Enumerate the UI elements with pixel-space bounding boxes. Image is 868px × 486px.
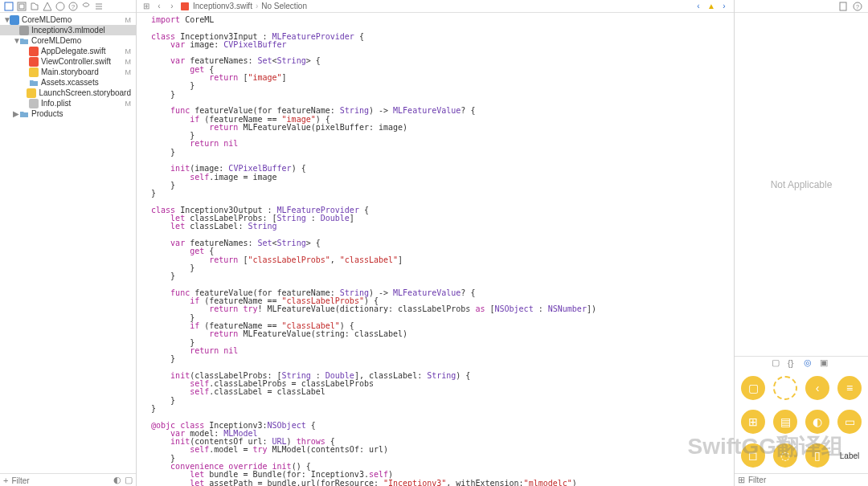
file-library-icon[interactable]: ▢: [772, 357, 783, 368]
tab-bar-icon: ▤: [773, 410, 797, 434]
spinner-icon: ◌: [773, 443, 797, 468]
svg-rect-8: [29, 47, 39, 56]
library-item[interactable]: ▯: [802, 439, 833, 472]
svg-rect-6: [10, 15, 19, 25]
svg-rect-11: [27, 88, 36, 98]
library-item-label[interactable]: Label: [834, 439, 865, 472]
navigator-panel: ? ▼CoreMLDemoMInceptionv3.mlmodel▼CoreML…: [0, 0, 137, 486]
page-view-icon: ▭: [837, 410, 862, 434]
code-editor[interactable]: import CoreML class Inceptionv3Input : M…: [137, 13, 734, 486]
inspector-content: Not Applicable: [735, 13, 868, 356]
nav-item[interactable]: ▼CoreMLDemoM: [0, 14, 136, 25]
library-item[interactable]: [770, 372, 800, 404]
nav-item[interactable]: ▼CoreMLDemo: [0, 35, 136, 46]
scm-icon[interactable]: ▢: [125, 475, 133, 485]
label-text: Label: [840, 451, 859, 460]
project-navigator-tab-icon[interactable]: [3, 1, 14, 12]
library-item[interactable]: ◌: [770, 439, 800, 472]
warning-icon[interactable]: ▲: [706, 2, 716, 10]
jump-bar: ⊞ ‹ › Inceptionv3.swift › No Selection ‹…: [137, 0, 734, 13]
test-navigator-tab-icon[interactable]: ?: [68, 1, 79, 12]
next-issue-icon[interactable]: ›: [719, 2, 729, 10]
segmented-icon: ▯: [805, 443, 829, 468]
svg-rect-10: [29, 67, 39, 77]
svg-rect-0: [5, 2, 13, 10]
library-item[interactable]: ▢: [738, 372, 768, 404]
jump-bar-file[interactable]: Inceptionv3.swift: [193, 2, 252, 10]
svg-rect-9: [29, 57, 39, 67]
library-item[interactable]: ▭: [834, 406, 865, 438]
navigator-tab-bar: ?: [0, 0, 136, 13]
table-view-icon: ≡: [837, 376, 862, 400]
jump-bar-selection[interactable]: No Selection: [261, 2, 307, 10]
object-library-grid[interactable]: ▢ ‹ ≡ ⊞ ▤ ◐ ▭ ◻ ◌ ▯ Label: [735, 369, 868, 473]
editor-area: ⊞ ‹ › Inceptionv3.swift › No Selection ‹…: [137, 0, 735, 486]
collection-view-icon: ⊞: [741, 410, 765, 434]
nav-item[interactable]: ▶Products: [0, 108, 136, 119]
library-tab-bar: ▢ {} ◎ ▣: [735, 356, 868, 369]
navigator-footer: + ◐ ▢: [0, 473, 136, 486]
svg-text:?: ?: [72, 3, 76, 10]
grid-view-icon[interactable]: ⊞: [738, 475, 745, 485]
library-item[interactable]: ▤: [770, 406, 800, 438]
nav-item[interactable]: LaunchScreen.storyboard: [0, 88, 136, 98]
library-item[interactable]: ◻: [738, 439, 768, 472]
svg-rect-2: [19, 4, 24, 9]
debug-navigator-tab-icon[interactable]: [80, 1, 92, 12]
back-icon[interactable]: ‹: [154, 2, 164, 10]
svg-rect-7: [19, 26, 29, 35]
nav-item[interactable]: Main.storyboardM: [0, 67, 136, 77]
snippet-library-icon[interactable]: {}: [788, 358, 799, 368]
add-icon[interactable]: +: [3, 476, 8, 485]
view-controller-icon: ▢: [741, 376, 765, 400]
breakpoint-navigator-tab-icon[interactable]: [93, 1, 104, 12]
svg-rect-13: [181, 2, 189, 10]
forward-icon[interactable]: ›: [167, 2, 177, 10]
file-inspector-icon[interactable]: [837, 2, 849, 11]
chevron-right-icon: ›: [256, 2, 258, 10]
library-item[interactable]: ◐: [802, 406, 833, 438]
navigation-controller-icon: ‹: [805, 376, 829, 400]
placeholder-icon: [773, 376, 797, 400]
library-item[interactable]: ‹: [802, 372, 833, 404]
related-items-icon[interactable]: ⊞: [141, 2, 151, 10]
symbol-navigator-tab-icon[interactable]: [29, 1, 40, 12]
nav-item[interactable]: Info.plistM: [0, 98, 136, 108]
svg-rect-14: [840, 2, 846, 10]
media-library-icon[interactable]: ▣: [820, 357, 831, 368]
library-item[interactable]: ⊞: [738, 406, 768, 438]
library-filter-input[interactable]: [748, 476, 865, 484]
swift-file-icon: [180, 2, 190, 10]
source-control-tab-icon[interactable]: [16, 1, 27, 12]
split-view-icon: ◐: [805, 410, 829, 434]
nav-item[interactable]: Assets.xcassets: [0, 77, 136, 88]
code-area[interactable]: import CoreML class Inceptionv3Input : M…: [148, 13, 734, 486]
navigator-tree[interactable]: ▼CoreMLDemoMInceptionv3.mlmodel▼CoreMLDe…: [0, 13, 136, 473]
library-item[interactable]: ≡: [834, 372, 865, 404]
navigator-filter-input[interactable]: [11, 476, 110, 485]
not-applicable-label: Not Applicable: [771, 179, 833, 190]
find-navigator-tab-icon[interactable]: [42, 1, 53, 12]
help-inspector-icon[interactable]: ?: [852, 2, 863, 11]
prev-issue-icon[interactable]: ‹: [694, 2, 703, 10]
object-library-icon[interactable]: ◎: [804, 357, 815, 368]
issue-navigator-tab-icon[interactable]: [55, 1, 66, 12]
button-icon: ◻: [741, 443, 765, 468]
svg-text:?: ?: [856, 4, 859, 10]
clock-icon[interactable]: ◐: [113, 475, 121, 485]
svg-rect-12: [29, 99, 39, 108]
gutter[interactable]: [137, 13, 148, 486]
svg-point-3: [56, 2, 64, 10]
nav-item[interactable]: AppDelegate.swiftM: [0, 46, 136, 56]
library-footer: ⊞: [735, 473, 868, 486]
inspector-tab-bar: ?: [735, 0, 868, 13]
nav-item[interactable]: Inceptionv3.mlmodel: [0, 25, 136, 35]
utilities-panel: ? Not Applicable ▢ {} ◎ ▣ ▢ ‹ ≡ ⊞ ▤ ◐ ▭ …: [735, 0, 868, 486]
nav-item[interactable]: ViewController.swiftM: [0, 56, 136, 67]
